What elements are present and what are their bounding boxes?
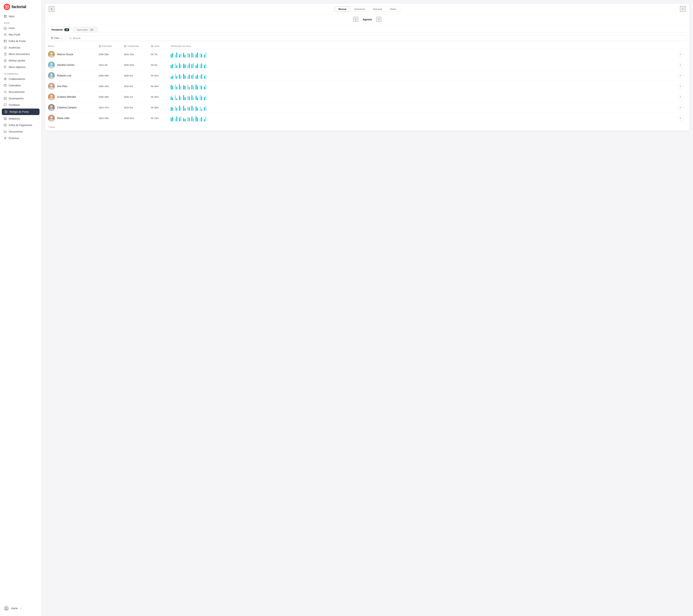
svg-point-49 [50, 105, 53, 108]
users-icon [4, 77, 7, 81]
estimadas-cell: 161h 4m [99, 64, 124, 66]
table-row: Ana Rios 160h 43m 161h 4m 0h 44m [45, 81, 689, 91]
check-icon [4, 59, 7, 62]
table-row: Catarina Campos 161h 47m 161h 5m 0h 38m [45, 102, 689, 113]
sidebar-item-feedback-label: Feedback [9, 103, 20, 106]
folder-icon [4, 130, 7, 133]
person-name: Marcos Souza [57, 53, 73, 56]
topbar: Mensal Quinzenal Semanal Diário [45, 4, 689, 15]
svg-point-45 [50, 84, 53, 86]
feedback-icon [4, 103, 7, 107]
sidebar-item-desempenho[interactable]: Desempenho [0, 95, 41, 102]
sidebar-item-inicio-label: Início [9, 27, 15, 29]
sidebar-item-ausencias[interactable]: Ausências [0, 44, 41, 51]
avatar [48, 72, 55, 79]
sidebar-item-documentos-label: Documentos [9, 130, 23, 133]
saldo-cell: 0h 38m [151, 106, 171, 109]
svg-rect-3 [5, 15, 6, 16]
prev-month-button[interactable] [353, 17, 358, 22]
distribution-cell [171, 72, 677, 79]
table-body: Marcos Souza 159h 58m 161h 10m 0h 7m Dan… [45, 49, 689, 124]
distribution-chart [171, 62, 677, 68]
col-estimadas: i Estimadas [99, 45, 124, 47]
svg-rect-27 [4, 124, 6, 126]
sidebar-item-meus-objetivos[interactable]: Meus objetivos [0, 64, 41, 70]
detail-button[interactable] [677, 83, 683, 89]
file-icon [4, 53, 7, 56]
tab-pendente-label: Pendente [52, 28, 63, 31]
detail-button[interactable] [677, 62, 683, 68]
tab-quinzenal[interactable]: Quinzenal [350, 6, 369, 12]
sidebar-item-minhas-tarefas[interactable]: Minhas tarefas [0, 57, 41, 64]
sidebar-item-meus-documentos[interactable]: Meus Documentos [0, 51, 41, 57]
detail-button[interactable] [677, 52, 683, 57]
user-icon [4, 33, 7, 36]
back-button[interactable] [49, 6, 55, 12]
distribution-cell [171, 94, 677, 100]
distribution-chart [171, 72, 677, 79]
detail-button[interactable] [677, 94, 683, 100]
tab-pendente[interactable]: Pendente 10 [48, 27, 73, 33]
tab-pendente-count: 10 [64, 28, 69, 31]
tab-aprovado[interactable]: Aprovado 10 [74, 27, 98, 33]
table-header: Nome ↑ i Estimadas i Trabalhadas i Saldo… [45, 43, 689, 49]
svg-point-6 [5, 34, 6, 35]
avatar [48, 83, 55, 90]
main-content: Mensal Quinzenal Semanal Diário Agosto [41, 0, 693, 616]
user-avatar [4, 605, 9, 611]
more-options-button[interactable] [680, 6, 686, 12]
sidebar-item-meu-perfil[interactable]: Meu Perfil [0, 32, 41, 38]
tab-aprovado-label: Aprovado [77, 28, 88, 31]
tab-diario[interactable]: Diário [386, 6, 400, 12]
next-month-button[interactable] [376, 17, 381, 22]
table-footer: 7 itens [45, 124, 689, 130]
sidebar-item-folha-pagamento[interactable]: Folha de Pagamento [0, 122, 41, 128]
search-input[interactable] [73, 37, 684, 40]
sidebar-item-colaboradores[interactable]: Colaboradores [0, 76, 41, 82]
chevron-right-icon: › [36, 110, 37, 113]
period-tabs: Mensal Quinzenal Semanal Diário [334, 6, 400, 12]
sidebar-item-recrutamento[interactable]: Recrutamento [0, 89, 41, 95]
person-name: Maria João [57, 117, 70, 120]
sidebar-item-relogio-ponto[interactable]: Relógio de Ponto › [2, 108, 40, 115]
detail-button[interactable] [677, 73, 683, 79]
performance-icon [4, 97, 7, 100]
sidebar-item-empresa[interactable]: Empresa [0, 135, 41, 141]
saldo-cell: 0h 7m [151, 53, 171, 56]
sidebar-item-calendario[interactable]: Calendário [0, 82, 41, 89]
sidebar-item-documentos[interactable]: Documentos [0, 128, 41, 135]
sidebar-item-minhas-tarefas-label: Minhas tarefas [9, 59, 25, 62]
person-cell: Gustavo Mendes [48, 94, 99, 100]
table-row: Daniela Gomes 161h 4m 160h 53m 0h 5m [45, 60, 689, 70]
svg-point-12 [4, 78, 5, 79]
svg-point-11 [4, 60, 6, 62]
sidebar-item-meus-documentos-label: Meus Documentos [9, 53, 30, 56]
sidebar-item-relatorios-label: Relatórios [9, 117, 20, 120]
filter-button[interactable]: Filtro [48, 35, 65, 41]
tab-semanal[interactable]: Semanal [369, 6, 386, 12]
svg-point-31 [5, 138, 6, 139]
tab-mensal[interactable]: Mensal [334, 6, 350, 12]
sidebar-item-folha-ponto[interactable]: Folha de Ponto [0, 38, 41, 44]
user-profile[interactable]: Joana ▾ [0, 603, 41, 613]
sidebar-item-inicio[interactable]: Início [0, 25, 41, 32]
sidebar-item-apps[interactable]: Apps [0, 13, 41, 19]
search-box[interactable] [67, 35, 687, 41]
info-saldo-icon: i [151, 45, 153, 47]
sidebar-item-folha-pagamento-label: Folha de Pagamento [9, 124, 32, 127]
apps-label: Apps [9, 15, 15, 18]
svg-point-32 [6, 607, 7, 609]
saldo-cell: 0h 42m [151, 74, 171, 77]
detail-button[interactable] [677, 115, 683, 121]
svg-point-13 [5, 78, 6, 79]
current-month: Agosto [362, 18, 372, 21]
sidebar-item-relatorios[interactable]: Relatórios [0, 116, 41, 122]
detail-button[interactable] [677, 105, 683, 110]
table-row: Gustavo Mendes 160h 49m 160h 1m 0h 35m [45, 91, 689, 102]
trabalhadas-cell: 160h 9m [124, 74, 151, 77]
tabs-bar: Pendente 10 Aprovado 10 [45, 24, 689, 33]
sidebar-item-feedback[interactable]: Feedback [0, 102, 41, 108]
items-count: 7 itens [48, 126, 55, 128]
sort-icon: ↑ [55, 45, 55, 47]
sidebar-item-meu-perfil-label: Meu Perfil [9, 33, 20, 36]
